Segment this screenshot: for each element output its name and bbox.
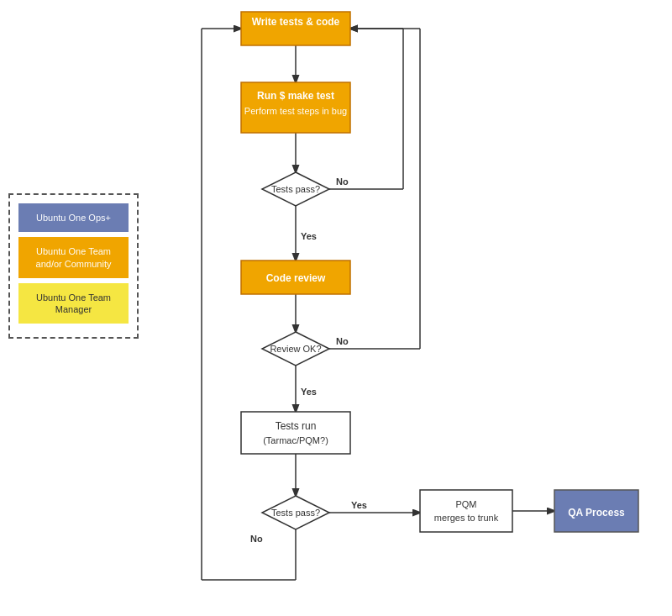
- pqm-merges-box: [420, 490, 512, 532]
- no2-label: No: [336, 336, 349, 346]
- flowchart-svg: Yes No Yes No Yes No: [0, 0, 672, 616]
- run-make-label1: Run $ make test: [257, 90, 334, 102]
- no3-label: No: [250, 534, 263, 544]
- tests-run-label2: (Tarmac/PQM?): [263, 435, 328, 445]
- tests-pass2-label: Tests pass?: [271, 508, 320, 518]
- tests-run-box: [241, 412, 350, 454]
- write-tests-label: Write tests & code: [252, 16, 340, 28]
- yes1-label: Yes: [301, 231, 317, 241]
- diagram: Ubuntu One Ops+ Ubuntu One Team and/or C…: [0, 0, 672, 616]
- pqm-merges-label2: merges to trunk: [434, 513, 499, 523]
- review-ok-label: Review OK?: [270, 344, 321, 354]
- pqm-merges-label1: PQM: [455, 499, 476, 509]
- code-review-label: Code review: [266, 272, 326, 284]
- tests-run-label1: Tests run: [276, 420, 317, 432]
- run-make-label2: Perform test steps in bug: [244, 106, 347, 116]
- qa-process-label: QA Process: [568, 507, 625, 519]
- tests-pass1-label: Tests pass?: [271, 184, 320, 194]
- yes2-label: Yes: [301, 387, 317, 397]
- yes3-label: Yes: [351, 500, 367, 510]
- no1-label: No: [336, 176, 349, 187]
